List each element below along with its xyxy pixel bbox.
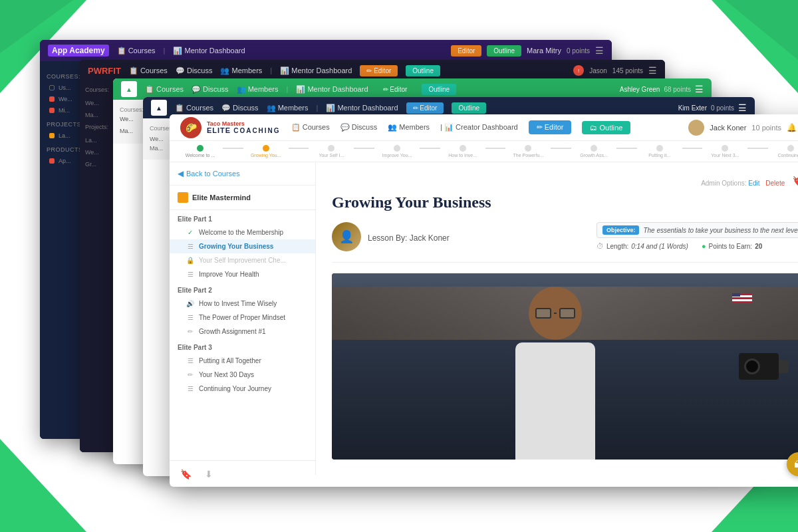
main-outline-btn[interactable]: 🗂 Outline [582, 121, 630, 134]
progress-step-3[interactable]: Improve You... [377, 145, 417, 158]
pwrfit-outline-btn[interactable]: Outline [406, 65, 440, 76]
pwrfit-notification: ! [573, 65, 584, 76]
lesson-30days-label: Your Next 30 Days [199, 371, 254, 378]
darkblue-members-link[interactable]: 👥 Members [267, 104, 309, 112]
darkblue-menu-icon[interactable]: ☰ [738, 102, 747, 113]
main-discuss-link[interactable]: 💬 Discuss [340, 123, 378, 132]
progress-step-9[interactable]: Continuing... [771, 145, 798, 158]
objective-badge: Objective: The essentials to take your b… [597, 222, 798, 238]
appacademy-courses-link[interactable]: 📋 Courses [117, 47, 156, 55]
pencil2-icon: ✏ [186, 371, 195, 378]
lesson-invest[interactable]: 🔊 How to Invest Time Wisely [170, 297, 315, 311]
progress-step-7[interactable]: Putting it... [640, 145, 680, 158]
main-editor-btn[interactable]: ✏ Editor [529, 120, 572, 134]
progress-step-4[interactable]: How to Inve... [443, 145, 483, 158]
lesson-together[interactable]: ☰ Putting it All Together [170, 354, 315, 368]
lesson-30days[interactable]: ✏ Your Next 30 Days [170, 368, 315, 382]
pwrfit-editor-btn[interactable]: ✏ Editor [360, 65, 398, 76]
back-to-courses-btn[interactable]: ◀ Back to Courses [170, 162, 315, 186]
main-creator-dashboard-link[interactable]: | 📊 Creator Dashboard [440, 123, 518, 132]
points-label: Points to Earn: [709, 243, 753, 250]
progress-step-0[interactable]: Welcome to ... [180, 145, 220, 158]
progress-step-1[interactable]: Growing You... [246, 145, 286, 158]
green-discuss-link[interactable]: 💬 Discuss [192, 85, 229, 94]
pwrfit-points: 145 points [612, 67, 643, 74]
green-courses-link[interactable]: 📋 Courses [145, 85, 184, 94]
darkblue-mentor-link[interactable]: 📊 Mentor Dashboard [326, 104, 398, 112]
appacademy-outline-btn[interactable]: Outline [487, 45, 521, 57]
lesson-growing[interactable]: ☰ Growing Your Business [170, 239, 315, 253]
darkblue-courses-link[interactable]: 📋 Courses [175, 104, 213, 112]
progress-step-2[interactable]: Your Self I... [311, 145, 351, 158]
main-navbar: 🌮 Taco Masters ELITE COACHING 📋 Courses … [170, 114, 798, 141]
main-logo-area: 🌮 Taco Masters ELITE COACHING [180, 117, 281, 138]
green-editor-btn[interactable]: ✏ Editor [376, 84, 414, 95]
appacademy-editor-btn[interactable]: Editor [451, 45, 481, 57]
lesson-mindset[interactable]: ☰ The Power of Proper Mindset [170, 311, 315, 325]
pwrfit-discuss-link[interactable]: 💬 Discuss [176, 66, 213, 75]
doc-icon: ☰ [186, 243, 195, 250]
points-stat: ● Points to Earn: 20 [702, 242, 762, 250]
pwrfit-mentor-link[interactable]: 📊 Mentor Dashboard [280, 66, 352, 75]
main-courses-link[interactable]: 📋 Courses [291, 123, 330, 132]
edit-link[interactable]: Edit [748, 180, 759, 187]
green-outline-btn[interactable]: Outline [422, 84, 456, 95]
green-mentor-link[interactable]: 📊 Mentor Dashboard [296, 85, 368, 94]
lesson-health-label: Improve Your Health [199, 271, 259, 278]
pwrfit-menu-icon[interactable]: ☰ [648, 65, 657, 76]
progress-line-3 [420, 148, 440, 149]
lesson-welcome[interactable]: ✓ Welcome to the Membership [170, 225, 315, 239]
window-stack: App Academy 📋 Courses | 📊 Mentor Dashboa… [40, 40, 758, 492]
delete-link[interactable]: Delete [765, 180, 785, 187]
lesson-health[interactable]: ☰ Improve Your Health [170, 267, 315, 281]
progress-line-5 [551, 148, 571, 149]
appacademy-mentor-link[interactable]: 📊 Mentor Dashboard [173, 47, 245, 55]
green-members-link[interactable]: 👥 Members [237, 85, 279, 94]
lesson-self-improvement[interactable]: 🔒 Your Self Improvement Che... [170, 253, 315, 267]
green-menu-icon[interactable]: ☰ [695, 84, 704, 94]
appacademy-points: 0 points [567, 47, 590, 55]
video-thumbnail[interactable] [332, 273, 798, 460]
darkblue-points: 0 points [711, 104, 734, 112]
green-points: 68 points [664, 86, 691, 93]
doc2-icon: ☰ [186, 271, 195, 278]
person-silhouette [489, 287, 622, 460]
progress-line-2 [354, 148, 374, 149]
section-header-1: Elite Part 1 [170, 210, 315, 225]
lesson-together-label: Putting it All Together [199, 357, 261, 364]
darkblue-editor-btn[interactable]: ✏ Editor [406, 102, 444, 114]
main-members-link[interactable]: 👥 Members [388, 123, 430, 132]
darkblue-discuss-link[interactable]: 💬 Discuss [221, 104, 259, 112]
bookmark-btn-icon[interactable]: 🔖 [792, 176, 798, 188]
doc4-icon: ☰ [186, 357, 195, 364]
lesson-welcome-label: Welcome to the Membership [199, 229, 283, 236]
instructor-row: 👤 Lesson By: Jack Koner [332, 222, 450, 251]
main-user-area: Jack Koner 10 points 🔔 ☰ [688, 120, 798, 136]
progress-bar-area: Welcome to ... Growing You... Your Self … [170, 141, 798, 162]
pwrfit-logo: PWRFIT [88, 66, 121, 76]
lesson-title: Growing Your Business [332, 194, 798, 211]
lesson-journey-label: Continuing Your Journey [199, 385, 271, 392]
admin-options-bar: Admin Options: Edit Delete 🔖 [332, 176, 798, 188]
course-icon [178, 192, 188, 203]
progress-step-8[interactable]: Your Next 3... [705, 145, 745, 158]
appacademy-menu-icon[interactable]: ☰ [595, 45, 604, 56]
lock-icon: 🔒 [186, 257, 195, 264]
sidebar-bottom-bar: 🔖 ⬇ [170, 460, 316, 475]
lesson-journey[interactable]: ☰ Continuing Your Journey [170, 382, 315, 396]
pwrfit-courses-link[interactable]: 📋 Courses [129, 66, 168, 75]
progress-step-5[interactable]: The Powerfu... [508, 145, 548, 158]
pwrfit-members-link[interactable]: 👥 Members [220, 66, 262, 75]
download-icon[interactable]: ⬇ [205, 469, 213, 475]
darkblue-outline-btn[interactable]: Outline [452, 102, 486, 114]
lesson-assignment1[interactable]: ✏ Growth Assignment #1 [170, 325, 315, 338]
progress-line-0 [223, 148, 243, 149]
notification-bell-icon[interactable]: 🔔 [787, 123, 797, 132]
objective-text: The essentials to take your business to … [643, 227, 798, 234]
window-main: 🌮 Taco Masters ELITE COACHING 📋 Courses … [170, 114, 798, 487]
section-header-2: Elite Part 2 [170, 281, 315, 297]
bookmark-icon[interactable]: 🔖 [180, 469, 192, 475]
lesson-content-panel: Admin Options: Edit Delete 🔖 Growing You… [316, 162, 798, 475]
progress-step-6[interactable]: Growth Ass... [574, 145, 614, 158]
doc3-icon: ☰ [186, 314, 195, 321]
